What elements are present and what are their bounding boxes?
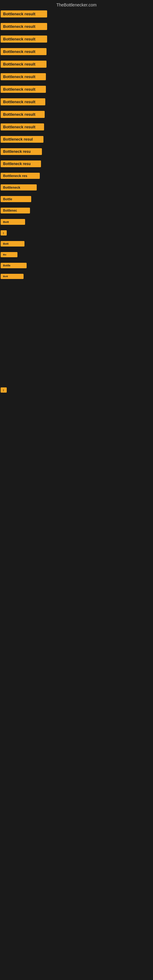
bottleneck-badge[interactable]: Bottleneck result xyxy=(1,10,47,18)
bottleneck-badge[interactable]: Bottleneck result xyxy=(1,60,46,68)
bottleneck-badge[interactable]: Bottleneck result xyxy=(1,123,44,130)
bottleneck-badge[interactable]: | xyxy=(1,387,7,393)
bottleneck-badge[interactable]: Bottleneck resul xyxy=(1,136,43,143)
bottleneck-badge[interactable]: Bottle xyxy=(1,263,27,268)
bottleneck-badge[interactable]: Bottleneck result xyxy=(1,23,47,30)
list-item: Bottleneck result xyxy=(0,72,153,83)
bottleneck-badge[interactable]: Bottleneck res xyxy=(1,173,40,179)
list-item xyxy=(0,334,153,346)
list-item: Bottleneck resu xyxy=(0,159,153,170)
bottleneck-badge[interactable]: Bottleneck xyxy=(1,185,37,191)
bottleneck-badge[interactable]: Bottlenec xyxy=(1,208,30,213)
bottleneck-badge[interactable]: Bottleneck result xyxy=(1,35,47,43)
bottleneck-badge[interactable]: Bott xyxy=(1,219,25,225)
list-item: Bottleneck result xyxy=(0,34,153,46)
list-item xyxy=(0,283,153,295)
list-item: Bottleneck res xyxy=(0,171,153,182)
list-item: Bottleneck result xyxy=(0,97,153,108)
list-item: Bottle xyxy=(0,194,153,205)
list-item: Bottleneck result xyxy=(0,9,153,21)
list-item xyxy=(0,321,153,334)
bottleneck-badge[interactable]: Bottle xyxy=(1,196,31,202)
bottleneck-list: Bottleneck resultBottleneck resultBottle… xyxy=(0,9,153,396)
list-item: Bottleneck result xyxy=(0,84,153,96)
list-item xyxy=(0,347,153,359)
bottleneck-badge[interactable]: Bo xyxy=(1,252,18,257)
list-item: Bottleneck resu xyxy=(0,146,153,158)
list-item: Bo xyxy=(0,250,153,260)
list-item: Bottleneck result xyxy=(0,46,153,58)
list-item xyxy=(0,309,153,321)
list-item: Bottleneck result xyxy=(0,109,153,121)
bottleneck-badge[interactable]: | xyxy=(1,230,7,235)
list-item: Bottle xyxy=(0,261,153,271)
list-item xyxy=(0,373,153,385)
bottleneck-badge[interactable]: Bott xyxy=(1,241,24,247)
list-item: Bott xyxy=(0,239,153,250)
bottleneck-badge[interactable]: Bottleneck resu xyxy=(1,161,41,167)
list-item: Bottleneck xyxy=(0,183,153,194)
bottleneck-badge[interactable]: Bott xyxy=(1,274,24,279)
list-item: Bottleneck result xyxy=(0,122,153,134)
list-item: Bottlenec xyxy=(0,206,153,216)
list-item xyxy=(0,360,153,372)
site-title: TheBottlenecker.com xyxy=(0,0,153,9)
list-item: Bottleneck result xyxy=(0,59,153,71)
list-item: | xyxy=(0,229,153,239)
bottleneck-badge[interactable]: Bottleneck result xyxy=(1,73,46,80)
list-item: Bott xyxy=(0,272,153,282)
bottleneck-badge[interactable]: Bottleneck result xyxy=(1,86,46,93)
bottleneck-badge[interactable]: Bottleneck result xyxy=(1,48,46,55)
bottleneck-badge[interactable]: Bottleneck resu xyxy=(1,148,42,155)
list-item: Bottleneck result xyxy=(0,21,153,33)
list-item: Bottleneck resul xyxy=(0,134,153,146)
list-item xyxy=(0,296,153,308)
bottleneck-badge[interactable]: Bottleneck result xyxy=(1,111,45,118)
list-item: Bott xyxy=(0,217,153,228)
bottleneck-badge[interactable]: Bottleneck result xyxy=(1,98,45,105)
list-item: | xyxy=(0,385,153,396)
